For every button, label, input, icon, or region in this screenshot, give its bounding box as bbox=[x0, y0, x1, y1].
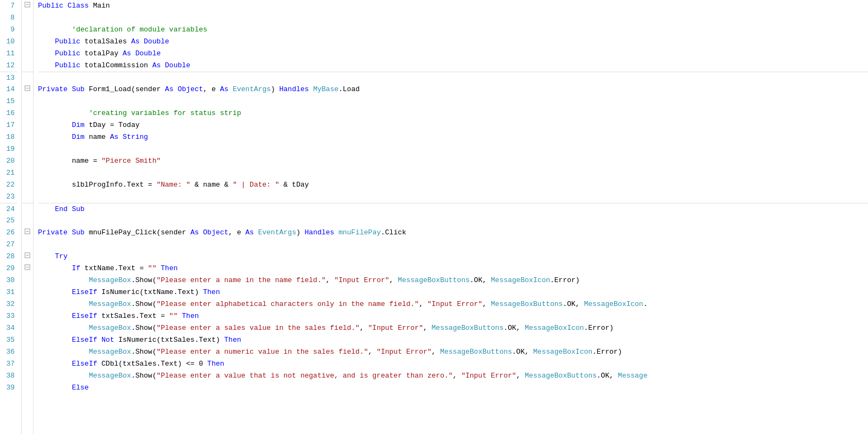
code-line-33: ElseIf txtSales.Text = "" Then bbox=[38, 310, 868, 322]
code-line-13 bbox=[38, 72, 868, 84]
collapse-marker-30 bbox=[22, 275, 33, 286]
token-32-2: "Please enter alphabetical characters on… bbox=[156, 300, 419, 308]
code-line-16: 'creating variables for status strip bbox=[38, 107, 868, 119]
token-34-0: MessageBox bbox=[89, 324, 131, 332]
token-31-1: IsNumeric(txtName.Text) bbox=[101, 288, 203, 296]
token-34-4: "Input Error" bbox=[368, 324, 423, 332]
indent-39 bbox=[38, 384, 72, 392]
token-7-2: Main bbox=[93, 2, 110, 10]
line-number-28: 28 bbox=[0, 251, 17, 263]
token-12-0: Public bbox=[55, 61, 85, 69]
token-36-3: , bbox=[368, 348, 377, 356]
token-12-1: totalCommission bbox=[85, 61, 152, 69]
collapse-marker-29[interactable] bbox=[22, 263, 33, 275]
token-28-0: Try bbox=[55, 252, 67, 260]
token-38-5: , bbox=[516, 372, 525, 380]
token-14-7: e bbox=[212, 85, 220, 93]
collapse-marker-10 bbox=[22, 36, 33, 48]
line-number-39: 39 bbox=[0, 382, 17, 394]
token-18-0: Dim bbox=[72, 133, 88, 141]
collapse-marker-22 bbox=[22, 179, 33, 191]
token-36-2: "Please enter a numeric value in the sal… bbox=[156, 348, 368, 356]
token-24-0: End bbox=[55, 205, 72, 213]
line-number-19: 19 bbox=[0, 143, 17, 155]
token-31-2: Then bbox=[203, 288, 220, 296]
collapse-marker-27 bbox=[22, 239, 33, 251]
code-line-26: Private Sub mnuFilePay_Click(sender As O… bbox=[38, 227, 868, 239]
token-29-4: Then bbox=[161, 264, 177, 272]
code-line-15 bbox=[38, 95, 868, 107]
token-32-0: MessageBox bbox=[89, 300, 131, 308]
code-line-11: Public totalPay As Double bbox=[38, 48, 868, 60]
token-36-4: "Input Error" bbox=[376, 348, 431, 356]
code-line-32: MessageBox.Show("Please enter alphabetic… bbox=[38, 298, 868, 310]
indent-17 bbox=[38, 121, 72, 129]
code-line-35: ElseIf Not IsNumeric(txtSales.Text) Then bbox=[38, 334, 868, 346]
token-38-1: .Show( bbox=[131, 372, 157, 380]
token-36-7: .OK, bbox=[512, 348, 533, 356]
indent-11 bbox=[38, 49, 55, 58]
code-line-17: Dim tDay = Today bbox=[38, 119, 868, 131]
line-number-26: 26 bbox=[0, 227, 17, 239]
indent-38 bbox=[38, 372, 89, 380]
token-16-0: 'creating variables for status strip bbox=[89, 109, 241, 117]
line-number-15: 15 bbox=[0, 95, 17, 107]
collapse-marker-20 bbox=[22, 155, 33, 167]
token-18-1: name bbox=[89, 133, 110, 141]
token-22-2: & name & bbox=[190, 181, 233, 189]
collapse-marker-26[interactable] bbox=[22, 227, 33, 239]
token-36-9: .Error) bbox=[592, 348, 622, 356]
token-18-2: As bbox=[110, 133, 123, 141]
token-34-2: "Please enter a sales value in the sales… bbox=[156, 324, 359, 332]
code-line-21 bbox=[38, 167, 868, 179]
token-26-2: mnuFilePay_Click( bbox=[89, 228, 161, 237]
token-26-11: Handles bbox=[305, 228, 339, 237]
line-number-30: 30 bbox=[0, 275, 17, 286]
code-line-14: Private Sub Form1_Load(sender As Object,… bbox=[38, 84, 868, 95]
token-14-4: As bbox=[165, 85, 177, 93]
token-26-4: As bbox=[190, 228, 203, 237]
collapse-marker-35 bbox=[22, 334, 33, 346]
token-34-5: , bbox=[423, 324, 432, 332]
token-26-0: Private bbox=[38, 228, 72, 237]
token-32-8: MessageBoxIcon bbox=[584, 300, 643, 308]
indent-24 bbox=[38, 205, 55, 213]
collapse-marker-14[interactable] bbox=[22, 84, 33, 95]
token-36-8: MessageBoxIcon bbox=[533, 348, 592, 356]
token-34-3: , bbox=[360, 324, 368, 332]
collapse-marker-25 bbox=[22, 215, 33, 227]
token-36-6: MessageBoxButtons bbox=[440, 348, 512, 356]
line-number-7: 7 bbox=[0, 0, 17, 12]
token-30-1: .Show( bbox=[131, 276, 157, 284]
indent-32 bbox=[38, 300, 89, 308]
token-14-9: EventArgs bbox=[233, 85, 271, 93]
token-29-1: txtName.Text = bbox=[85, 264, 148, 272]
token-26-8: As bbox=[245, 228, 258, 237]
line-number-38: 38 bbox=[0, 370, 17, 382]
collapse-marker-12 bbox=[22, 60, 33, 72]
code-line-8 bbox=[38, 12, 868, 24]
token-14-11: Handles bbox=[279, 85, 313, 93]
indent-36 bbox=[38, 348, 89, 356]
code-area[interactable]: Public Class Main 'declaration of module… bbox=[34, 0, 868, 434]
collapse-marker-23 bbox=[22, 191, 33, 203]
collapse-marker-7[interactable] bbox=[22, 0, 33, 12]
line-number-10: 10 bbox=[0, 36, 17, 48]
token-7-1: Class bbox=[68, 2, 93, 10]
line-number-11: 11 bbox=[0, 48, 17, 60]
token-14-13: .Load bbox=[339, 85, 360, 93]
token-30-0: MessageBox bbox=[89, 276, 131, 284]
token-32-4: "Input Error" bbox=[427, 300, 482, 308]
token-14-12: MyBase bbox=[313, 85, 339, 93]
token-26-5: Object bbox=[203, 228, 228, 237]
code-line-34: MessageBox.Show("Please enter a sales va… bbox=[38, 322, 868, 334]
collapse-marker-28[interactable] bbox=[22, 251, 33, 263]
line-number-8: 8 bbox=[0, 12, 17, 24]
token-14-3: sender bbox=[135, 85, 165, 93]
token-36-5: , bbox=[432, 348, 441, 356]
token-17-1: tDay = Today bbox=[89, 121, 140, 129]
token-36-0: MessageBox bbox=[89, 348, 131, 356]
code-line-39: Else bbox=[38, 382, 868, 394]
code-line-30: MessageBox.Show("Please enter a name in … bbox=[38, 275, 868, 286]
token-38-7: .OK, bbox=[597, 372, 618, 380]
